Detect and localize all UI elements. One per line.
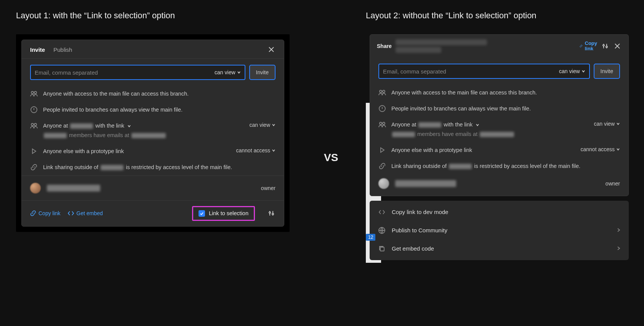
- row-anyone-at-org: Anyone at with the link members have ema…: [370, 117, 628, 143]
- svg-point-0: [31, 91, 34, 94]
- redacted-domain: [480, 132, 514, 137]
- email-field[interactable]: can view: [30, 65, 245, 80]
- layout2-title: Layout 2: without the “Link to selection…: [366, 11, 537, 21]
- permission-select[interactable]: cannot access: [236, 147, 276, 153]
- settings-icon[interactable]: [267, 209, 276, 217]
- copy-link-button[interactable]: Copy link: [30, 210, 61, 216]
- people-icon: [378, 89, 386, 96]
- globe-icon: [378, 227, 386, 234]
- redacted-org: [449, 164, 472, 169]
- menu-publish-community[interactable]: Publish to Community: [370, 221, 629, 240]
- svg-point-4: [34, 123, 37, 126]
- redacted-org: [392, 132, 415, 137]
- info-row-branch-access: Anyone with access to the main file can …: [370, 85, 628, 101]
- redacted-org: [418, 122, 441, 128]
- dialog-footer: Copy link Get embed Link to selection: [22, 200, 284, 226]
- svg-point-8: [606, 46, 607, 48]
- menu-copy-dev-link[interactable]: Copy link to dev mode: [370, 203, 629, 221]
- chevron-down-icon[interactable]: [476, 123, 479, 127]
- svg-rect-15: [380, 247, 384, 251]
- row-prototype-link: Anyone else with a prototype link cannot…: [22, 144, 284, 160]
- svg-point-5: [269, 212, 271, 213]
- svg-point-1: [34, 91, 37, 94]
- share-dialog-1: Invite Publish can view Invite Anyone wi…: [21, 40, 284, 227]
- link-icon: [580, 43, 583, 49]
- info-text: Link sharing outside of is restricted by…: [391, 162, 580, 171]
- email-permission-label: can view: [215, 69, 235, 75]
- layout2-wrapper: 12 Share Copy link can: [370, 34, 629, 260]
- row-restriction: Link sharing outside of is restricted by…: [22, 160, 284, 176]
- info-text: Anyone at with the link members have ema…: [391, 121, 515, 139]
- tab-invite[interactable]: Invite: [30, 46, 45, 53]
- copy-icon: [378, 245, 386, 252]
- badge-number: 12: [366, 234, 375, 241]
- redacted-org: [70, 123, 93, 129]
- invite-button[interactable]: Invite: [594, 64, 620, 79]
- email-permission-select[interactable]: can view: [559, 68, 585, 74]
- redacted-name: [47, 185, 100, 192]
- redacted-title: [396, 39, 487, 53]
- close-icon[interactable]: [267, 45, 276, 54]
- info-text: Anyone else with a prototype link: [391, 146, 472, 155]
- permission-select[interactable]: can view: [250, 122, 276, 128]
- people-icon: [30, 90, 38, 97]
- get-embed-button[interactable]: Get embed: [67, 210, 103, 216]
- redacted-org: [44, 133, 67, 138]
- settings-icon[interactable]: [601, 42, 609, 50]
- email-input[interactable]: [383, 68, 559, 75]
- row-anyone-at-org: Anyone at with the link members have ema…: [22, 118, 284, 144]
- vs-label: VS: [324, 152, 338, 164]
- avatar: [378, 178, 389, 189]
- row-owner: owner: [22, 176, 284, 200]
- email-permission-select[interactable]: can view: [215, 69, 240, 75]
- copy-link-button[interactable]: Copy link: [580, 41, 597, 52]
- chevron-down-icon[interactable]: [127, 124, 131, 128]
- email-input[interactable]: [35, 69, 215, 76]
- chevron-right-icon: [617, 245, 620, 252]
- info-row-people-invited: People invited to branches can always vi…: [22, 102, 284, 118]
- svg-point-7: [603, 45, 604, 46]
- play-icon: [30, 147, 38, 155]
- info-text: Anyone with access to the main file can …: [391, 89, 537, 97]
- checkbox-checked-icon: [199, 210, 205, 217]
- permission-select[interactable]: cannot access: [581, 146, 620, 152]
- people-icon: [378, 121, 386, 128]
- tab-publish[interactable]: Publish: [53, 46, 72, 53]
- info-text: Link sharing outside of is restricted by…: [43, 163, 232, 172]
- owner-label: owner: [261, 185, 276, 191]
- link-icon: [30, 210, 36, 216]
- chevron-right-icon: [617, 227, 620, 233]
- info-text: Anyone else with a prototype link: [43, 147, 124, 156]
- row-owner: owner: [370, 174, 628, 196]
- play-icon: [378, 146, 386, 154]
- email-field[interactable]: can view: [378, 64, 590, 79]
- svg-point-13: [383, 122, 385, 125]
- share-header: Share Copy link: [370, 35, 628, 58]
- share-dialog-2: Share Copy link can view: [370, 34, 629, 196]
- tabs-row: Invite Publish: [22, 40, 284, 59]
- link-icon: [378, 162, 386, 170]
- close-icon[interactable]: [613, 42, 622, 50]
- info-row-people-invited: People invited to branches can always vi…: [370, 101, 628, 117]
- invite-button[interactable]: Invite: [249, 65, 276, 80]
- share-label: Share: [377, 43, 392, 49]
- layout1-wrapper: Invite Publish can view Invite Anyone wi…: [16, 34, 290, 232]
- code-icon: [67, 210, 74, 216]
- info-text: People invited to branches can always vi…: [391, 105, 531, 113]
- link-to-selection-checkbox[interactable]: Link to selection: [192, 206, 255, 221]
- redacted-org: [101, 165, 123, 170]
- redacted-name: [395, 180, 456, 187]
- link-icon: [30, 163, 38, 171]
- avatar: [30, 183, 41, 193]
- invite-row: can view Invite: [22, 59, 284, 86]
- invite-row: can view Invite: [370, 58, 628, 85]
- info-text: Anyone at with the link members have ema…: [43, 122, 167, 140]
- share-more-menu: Copy link to dev mode Publish to Communi…: [370, 201, 629, 260]
- permission-select[interactable]: can view: [594, 121, 620, 127]
- info-row-branch-access: Anyone with access to the main file can …: [22, 86, 284, 102]
- info-text: Anyone with access to the main file can …: [43, 90, 189, 98]
- owner-label: owner: [606, 181, 620, 187]
- menu-get-embed[interactable]: Get embed code: [370, 240, 629, 258]
- svg-point-10: [383, 90, 385, 93]
- info-text: People invited to branches can always vi…: [43, 106, 183, 114]
